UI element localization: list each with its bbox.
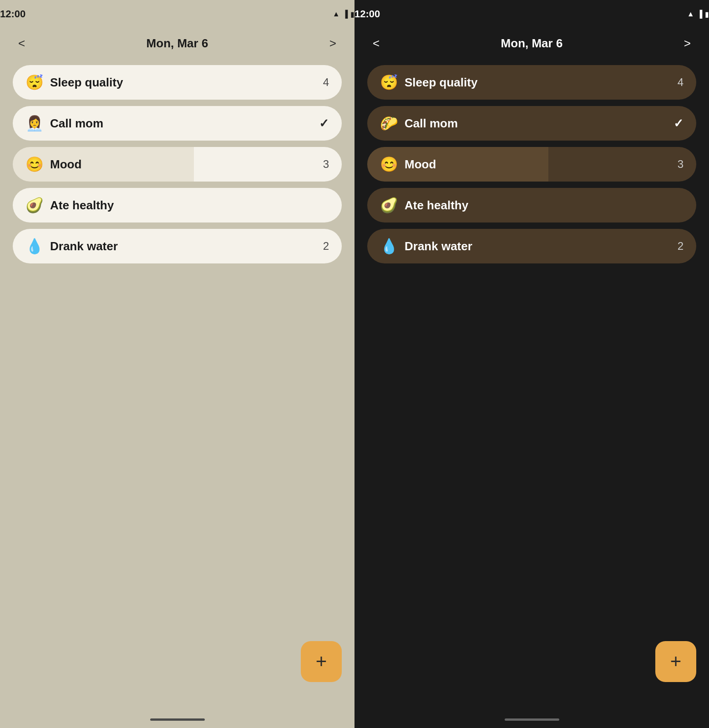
habit-label-atehealthy-dark: Ate healthy [405, 198, 468, 212]
habit-emoji-sleep-dark: 😴 [380, 75, 398, 90]
habit-value-drankwater-dark: 2 [678, 240, 684, 253]
habit-item-drankwater-dark[interactable]: 💧 Drank water 2 [367, 229, 696, 263]
wifi-icon-dark: ▲ [687, 10, 694, 18]
habit-left-sleep-dark: 😴 Sleep quality [380, 75, 477, 90]
habit-item-sleep-dark[interactable]: 😴 Sleep quality 4 [367, 65, 696, 100]
habit-label-atehealthy-light: Ate healthy [50, 198, 114, 212]
nav-bar-dark: < Mon, Mar 6 > [367, 25, 696, 65]
habit-label-mood-dark: Mood [405, 157, 436, 172]
habit-label-sleep-light: Sleep quality [50, 76, 123, 90]
habit-emoji-atehealthy-dark: 🥑 [380, 198, 398, 212]
habit-item-atehealthy-dark[interactable]: 🥑 Ate healthy [367, 188, 696, 222]
phone-light: 12:00 ▲ ▐ ▮ < Mon, Mar 6 > 😴 Sleep quali… [0, 0, 354, 728]
habit-list-light: 😴 Sleep quality 4 👩‍💼 Call mom ✓ 😊 Mood [13, 65, 342, 641]
status-time-light: 12:00 [0, 8, 25, 20]
nav-title-dark: Mon, Mar 6 [501, 36, 563, 51]
habit-emoji-drankwater-dark: 💧 [380, 239, 398, 253]
home-indicator-light [150, 718, 205, 721]
habit-emoji-mood-light: 😊 [25, 157, 44, 172]
habit-emoji-sleep-light: 😴 [25, 75, 44, 90]
prev-button-light[interactable]: < [13, 33, 30, 54]
habit-left-callmom-dark: 🌮 Call mom [380, 116, 458, 131]
add-icon-dark: + [670, 652, 682, 671]
habit-value-sleep-light: 4 [323, 76, 329, 89]
habit-value-sleep-dark: 4 [678, 76, 684, 89]
habit-check-callmom-light: ✓ [319, 116, 329, 131]
next-button-light[interactable]: > [324, 33, 342, 54]
habit-label-drankwater-dark: Drank water [405, 239, 472, 253]
signal-icon-dark: ▐ [697, 10, 702, 18]
habit-label-callmom-light: Call mom [50, 116, 103, 131]
status-icons-dark: ▲ ▐ ▮ [687, 10, 709, 19]
fab-area-dark: + [367, 641, 696, 691]
screen-light: < Mon, Mar 6 > 😴 Sleep quality 4 👩‍💼 Cal… [0, 25, 354, 718]
habit-item-drankwater-light[interactable]: 💧 Drank water 2 [13, 229, 342, 263]
habit-item-callmom-dark[interactable]: 🌮 Call mom ✓ [367, 106, 696, 141]
habit-value-mood-light: 3 [323, 158, 329, 171]
habit-emoji-drankwater-light: 💧 [25, 239, 44, 253]
habit-emoji-mood-dark: 😊 [380, 157, 398, 172]
habit-left-sleep-light: 😴 Sleep quality [25, 75, 123, 90]
add-button-dark[interactable]: + [655, 641, 696, 682]
habit-item-sleep-light[interactable]: 😴 Sleep quality 4 [13, 65, 342, 100]
nav-title-light: Mon, Mar 6 [147, 36, 208, 51]
habit-left-atehealthy-dark: 🥑 Ate healthy [380, 198, 468, 212]
add-icon-light: + [316, 652, 327, 671]
habit-list-dark: 😴 Sleep quality 4 🌮 Call mom ✓ 😊 Mood [367, 65, 696, 641]
habit-left-drankwater-dark: 💧 Drank water [380, 239, 472, 253]
fab-area-light: + [13, 641, 342, 691]
status-time-dark: 12:00 [354, 8, 380, 20]
habit-label-drankwater-light: Drank water [50, 239, 118, 253]
habit-left-callmom-light: 👩‍💼 Call mom [25, 116, 103, 131]
add-button-light[interactable]: + [301, 641, 342, 682]
habit-value-mood-dark: 3 [678, 158, 684, 171]
habit-emoji-callmom-dark: 🌮 [380, 116, 398, 131]
habit-left-drankwater-light: 💧 Drank water [25, 239, 118, 253]
battery-icon-dark: ▮ [705, 10, 709, 19]
habit-item-atehealthy-light[interactable]: 🥑 Ate healthy [13, 188, 342, 222]
screen-dark: < Mon, Mar 6 > 😴 Sleep quality 4 🌮 Call … [354, 25, 709, 718]
habit-left-atehealthy-light: 🥑 Ate healthy [25, 198, 114, 212]
habit-check-callmom-dark: ✓ [674, 116, 684, 131]
status-bar-dark: 12:00 ▲ ▐ ▮ [342, 0, 709, 25]
habit-emoji-callmom-light: 👩‍💼 [25, 116, 44, 131]
nav-bar-light: < Mon, Mar 6 > [13, 25, 342, 65]
habit-label-sleep-dark: Sleep quality [405, 76, 477, 90]
habit-item-mood-dark[interactable]: 😊 Mood 3 [367, 147, 696, 182]
phone-dark: 12:00 ▲ ▐ ▮ < Mon, Mar 6 > 😴 Sleep quali… [354, 0, 709, 728]
home-indicator-dark [505, 718, 559, 721]
prev-button-dark[interactable]: < [367, 33, 385, 54]
habit-emoji-atehealthy-light: 🥑 [25, 198, 44, 212]
status-bar-light: 12:00 ▲ ▐ ▮ [0, 0, 367, 25]
habit-item-mood-light[interactable]: 😊 Mood 3 [13, 147, 342, 182]
habit-label-callmom-dark: Call mom [405, 116, 458, 131]
habit-label-mood-light: Mood [50, 157, 81, 172]
habit-left-mood-light: 😊 Mood [25, 157, 81, 172]
habit-value-drankwater-light: 2 [323, 240, 329, 253]
wifi-icon-light: ▲ [333, 10, 340, 18]
next-button-dark[interactable]: > [679, 33, 696, 54]
habit-left-mood-dark: 😊 Mood [380, 157, 436, 172]
habit-item-callmom-light[interactable]: 👩‍💼 Call mom ✓ [13, 106, 342, 141]
